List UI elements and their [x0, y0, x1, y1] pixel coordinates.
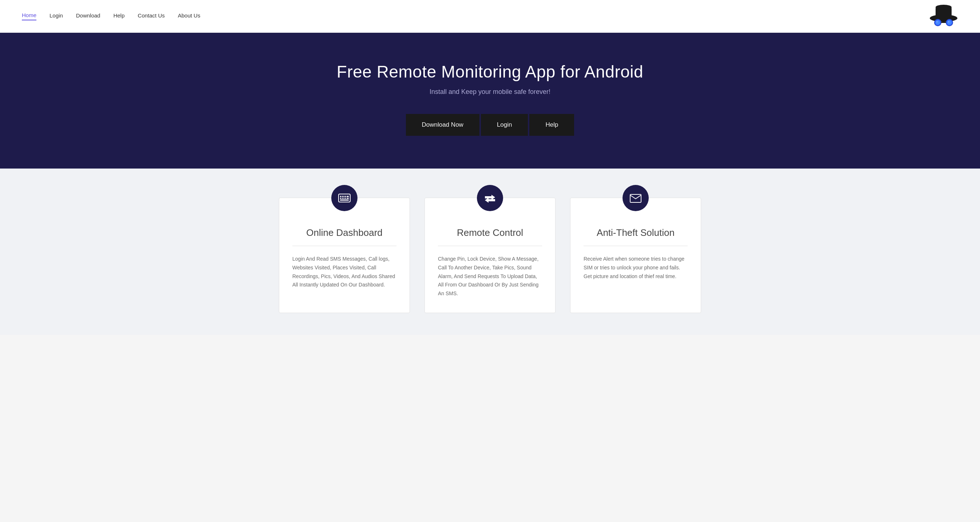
svg-rect-18: [342, 198, 344, 199]
nav-item-download[interactable]: Download: [76, 13, 100, 20]
feature-card-online-dashboard: Online DashboardLogin And Read SMS Messa…: [279, 198, 410, 313]
svg-rect-21: [340, 199, 349, 201]
envelope-icon: [622, 185, 649, 211]
feature-desc-online-dashboard: Login And Read SMS Messages, Call logs, …: [292, 255, 396, 290]
hero-title: Free Remote Monitoring App for Android: [14, 62, 966, 81]
header: HomeLoginDownloadHelpContact UsAbout Us: [0, 0, 980, 33]
svg-rect-20: [347, 198, 349, 199]
feature-card-remote-control: Remote ControlChange Pin, Lock Device, S…: [425, 198, 555, 313]
svg-point-10: [948, 21, 950, 22]
svg-rect-16: [347, 196, 349, 197]
feature-title-anti-theft: Anti-Theft Solution: [584, 227, 688, 239]
feature-desc-remote-control: Change Pin, Lock Device, Show A Message,…: [438, 255, 542, 298]
feature-desc-anti-theft: Receive Alert when someone tries to chan…: [584, 255, 688, 281]
feature-title-remote-control: Remote Control: [438, 227, 542, 239]
logo: [929, 3, 958, 30]
svg-rect-13: [340, 196, 342, 197]
hero-subtitle: Install and Keep your mobile safe foreve…: [14, 88, 966, 96]
features-section: Online DashboardLogin And Read SMS Messa…: [0, 169, 980, 335]
svg-point-2: [935, 5, 951, 10]
nav: HomeLoginDownloadHelpContact UsAbout Us: [22, 12, 200, 21]
nav-item-home[interactable]: Home: [22, 12, 37, 21]
arrows-icon: [477, 185, 503, 211]
nav-item-about[interactable]: About Us: [178, 13, 200, 20]
svg-rect-11: [941, 22, 946, 23]
svg-point-6: [936, 21, 938, 22]
svg-rect-14: [342, 196, 344, 197]
hero-buttons: Download NowLoginHelp: [14, 114, 966, 136]
feature-divider-anti-theft: [584, 246, 688, 246]
svg-rect-15: [344, 196, 346, 197]
svg-rect-17: [340, 198, 342, 199]
hero-btn-help[interactable]: Help: [529, 114, 574, 136]
feature-divider-remote-control: [438, 246, 542, 246]
nav-item-login[interactable]: Login: [49, 13, 63, 20]
hero-btn-download-now[interactable]: Download Now: [406, 114, 479, 136]
feature-title-online-dashboard: Online Dashboard: [292, 227, 396, 239]
keyboard-icon: [331, 185, 358, 211]
svg-rect-19: [344, 198, 346, 199]
hero-section: Free Remote Monitoring App for Android I…: [0, 33, 980, 169]
svg-point-5: [935, 21, 940, 25]
nav-item-help[interactable]: Help: [113, 13, 124, 20]
nav-item-contact[interactable]: Contact Us: [138, 13, 165, 20]
hero-btn-login[interactable]: Login: [481, 114, 528, 136]
svg-point-9: [947, 21, 951, 25]
feature-divider-online-dashboard: [292, 246, 396, 246]
feature-card-anti-theft: Anti-Theft SolutionReceive Alert when so…: [570, 198, 701, 313]
